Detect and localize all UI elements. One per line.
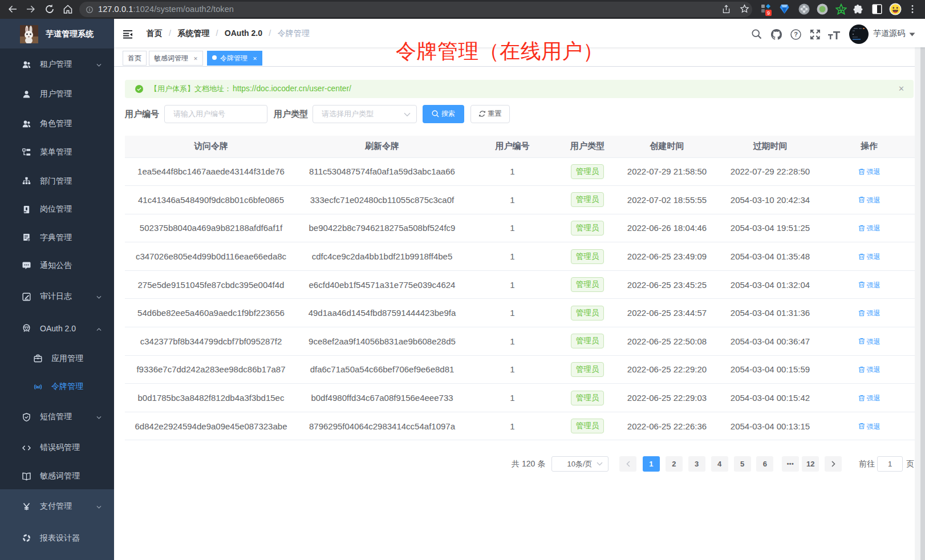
svg-text:?: ?	[794, 31, 798, 38]
svg-text:9: 9	[767, 10, 770, 16]
svg-text:a: a	[37, 385, 39, 389]
